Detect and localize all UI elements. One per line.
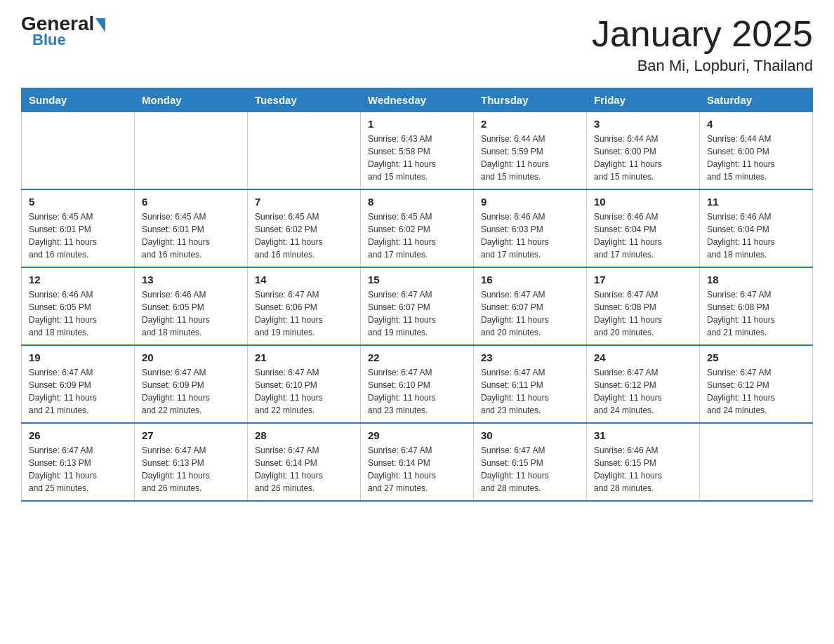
calendar-cell: 25Sunrise: 6:47 AMSunset: 6:12 PMDayligh… [700, 345, 813, 423]
calendar-cell: 30Sunrise: 6:47 AMSunset: 6:15 PMDayligh… [474, 423, 587, 501]
day-number: 5 [29, 196, 127, 208]
day-number: 17 [594, 274, 692, 286]
day-number: 24 [594, 351, 692, 363]
day-info: Sunrise: 6:45 AMSunset: 6:02 PMDaylight:… [368, 210, 466, 261]
day-number: 10 [594, 196, 692, 208]
calendar-cell: 12Sunrise: 6:46 AMSunset: 6:05 PMDayligh… [22, 267, 135, 345]
week-row-5: 26Sunrise: 6:47 AMSunset: 6:13 PMDayligh… [22, 423, 813, 501]
calendar-cell: 22Sunrise: 6:47 AMSunset: 6:10 PMDayligh… [361, 345, 474, 423]
calendar-cell: 8Sunrise: 6:45 AMSunset: 6:02 PMDaylight… [361, 189, 474, 267]
day-number: 19 [29, 351, 127, 363]
calendar-cell [248, 112, 361, 190]
day-info: Sunrise: 6:45 AMSunset: 6:01 PMDaylight:… [29, 210, 127, 261]
day-number: 13 [142, 274, 240, 286]
day-info: Sunrise: 6:47 AMSunset: 6:13 PMDaylight:… [29, 444, 127, 495]
day-number: 14 [255, 274, 353, 286]
calendar-cell: 28Sunrise: 6:47 AMSunset: 6:14 PMDayligh… [248, 423, 361, 501]
calendar-cell: 19Sunrise: 6:47 AMSunset: 6:09 PMDayligh… [22, 345, 135, 423]
day-number: 26 [29, 429, 127, 441]
day-number: 20 [142, 351, 240, 363]
calendar-cell: 20Sunrise: 6:47 AMSunset: 6:09 PMDayligh… [135, 345, 248, 423]
calendar-cell: 2Sunrise: 6:44 AMSunset: 5:59 PMDaylight… [474, 112, 587, 190]
day-info: Sunrise: 6:47 AMSunset: 6:15 PMDaylight:… [481, 444, 579, 495]
day-number: 1 [368, 118, 466, 130]
day-info: Sunrise: 6:44 AMSunset: 6:00 PMDaylight:… [707, 133, 805, 183]
day-info: Sunrise: 6:46 AMSunset: 6:05 PMDaylight:… [142, 288, 240, 339]
day-info: Sunrise: 6:46 AMSunset: 6:04 PMDaylight:… [707, 210, 805, 261]
day-number: 11 [707, 196, 805, 208]
day-info: Sunrise: 6:47 AMSunset: 6:07 PMDaylight:… [481, 288, 579, 339]
day-info: Sunrise: 6:47 AMSunset: 6:14 PMDaylight:… [255, 444, 353, 495]
day-number: 28 [255, 429, 353, 441]
calendar-cell: 27Sunrise: 6:47 AMSunset: 6:13 PMDayligh… [135, 423, 248, 501]
day-info: Sunrise: 6:43 AMSunset: 5:58 PMDaylight:… [368, 133, 466, 183]
weekday-header-sunday: Sunday [22, 88, 135, 112]
day-info: Sunrise: 6:46 AMSunset: 6:05 PMDaylight:… [29, 288, 127, 339]
day-info: Sunrise: 6:47 AMSunset: 6:12 PMDaylight:… [594, 366, 692, 417]
day-number: 15 [368, 274, 466, 286]
calendar-cell: 3Sunrise: 6:44 AMSunset: 6:00 PMDaylight… [587, 112, 700, 190]
calendar-cell: 1Sunrise: 6:43 AMSunset: 5:58 PMDaylight… [361, 112, 474, 190]
calendar-cell: 16Sunrise: 6:47 AMSunset: 6:07 PMDayligh… [474, 267, 587, 345]
calendar-subtitle: Ban Mi, Lopburi, Thailand [592, 57, 813, 75]
day-info: Sunrise: 6:44 AMSunset: 6:00 PMDaylight:… [594, 133, 692, 183]
calendar-cell: 14Sunrise: 6:47 AMSunset: 6:06 PMDayligh… [248, 267, 361, 345]
day-number: 2 [481, 118, 579, 130]
calendar-cell: 17Sunrise: 6:47 AMSunset: 6:08 PMDayligh… [587, 267, 700, 345]
week-row-4: 19Sunrise: 6:47 AMSunset: 6:09 PMDayligh… [22, 345, 813, 423]
day-number: 29 [368, 429, 466, 441]
calendar-cell [700, 423, 813, 501]
calendar-cell [135, 112, 248, 190]
day-info: Sunrise: 6:47 AMSunset: 6:06 PMDaylight:… [255, 288, 353, 339]
logo: General Blue [21, 14, 105, 49]
weekday-header-thursday: Thursday [474, 88, 587, 112]
page-header: General Blue January 2025 Ban Mi, Lopbur… [21, 14, 813, 75]
day-number: 31 [594, 429, 692, 441]
calendar-cell: 7Sunrise: 6:45 AMSunset: 6:02 PMDaylight… [248, 189, 361, 267]
day-number: 9 [481, 196, 579, 208]
day-number: 27 [142, 429, 240, 441]
weekday-header-friday: Friday [587, 88, 700, 112]
day-info: Sunrise: 6:47 AMSunset: 6:14 PMDaylight:… [368, 444, 466, 495]
calendar-cell: 26Sunrise: 6:47 AMSunset: 6:13 PMDayligh… [22, 423, 135, 501]
logo-arrow-icon [95, 18, 105, 32]
day-number: 25 [707, 351, 805, 363]
week-row-1: 1Sunrise: 6:43 AMSunset: 5:58 PMDaylight… [22, 112, 813, 190]
calendar-cell: 21Sunrise: 6:47 AMSunset: 6:10 PMDayligh… [248, 345, 361, 423]
day-number: 30 [481, 429, 579, 441]
day-info: Sunrise: 6:47 AMSunset: 6:13 PMDaylight:… [142, 444, 240, 495]
calendar-table: SundayMondayTuesdayWednesdayThursdayFrid… [21, 88, 813, 502]
day-number: 12 [29, 274, 127, 286]
day-info: Sunrise: 6:47 AMSunset: 6:09 PMDaylight:… [29, 366, 127, 417]
weekday-header-wednesday: Wednesday [361, 88, 474, 112]
calendar-cell: 11Sunrise: 6:46 AMSunset: 6:04 PMDayligh… [700, 189, 813, 267]
weekday-header-row: SundayMondayTuesdayWednesdayThursdayFrid… [22, 88, 813, 112]
calendar-cell: 5Sunrise: 6:45 AMSunset: 6:01 PMDaylight… [22, 189, 135, 267]
calendar-cell: 13Sunrise: 6:46 AMSunset: 6:05 PMDayligh… [135, 267, 248, 345]
weekday-header-saturday: Saturday [700, 88, 813, 112]
calendar-title: January 2025 [592, 14, 813, 54]
weekday-header-monday: Monday [135, 88, 248, 112]
calendar-cell: 24Sunrise: 6:47 AMSunset: 6:12 PMDayligh… [587, 345, 700, 423]
week-row-2: 5Sunrise: 6:45 AMSunset: 6:01 PMDaylight… [22, 189, 813, 267]
day-info: Sunrise: 6:47 AMSunset: 6:10 PMDaylight:… [368, 366, 466, 417]
calendar-cell: 15Sunrise: 6:47 AMSunset: 6:07 PMDayligh… [361, 267, 474, 345]
weekday-header-tuesday: Tuesday [248, 88, 361, 112]
day-info: Sunrise: 6:46 AMSunset: 6:15 PMDaylight:… [594, 444, 692, 495]
day-number: 21 [255, 351, 353, 363]
day-info: Sunrise: 6:47 AMSunset: 6:08 PMDaylight:… [594, 288, 692, 339]
title-area: January 2025 Ban Mi, Lopburi, Thailand [592, 14, 813, 75]
day-info: Sunrise: 6:45 AMSunset: 6:02 PMDaylight:… [255, 210, 353, 261]
day-info: Sunrise: 6:47 AMSunset: 6:07 PMDaylight:… [368, 288, 466, 339]
day-number: 8 [368, 196, 466, 208]
day-number: 4 [707, 118, 805, 130]
calendar-cell: 23Sunrise: 6:47 AMSunset: 6:11 PMDayligh… [474, 345, 587, 423]
calendar-cell [22, 112, 135, 190]
calendar-cell: 9Sunrise: 6:46 AMSunset: 6:03 PMDaylight… [474, 189, 587, 267]
day-number: 16 [481, 274, 579, 286]
week-row-3: 12Sunrise: 6:46 AMSunset: 6:05 PMDayligh… [22, 267, 813, 345]
day-info: Sunrise: 6:47 AMSunset: 6:12 PMDaylight:… [707, 366, 805, 417]
day-info: Sunrise: 6:47 AMSunset: 6:09 PMDaylight:… [142, 366, 240, 417]
day-number: 7 [255, 196, 353, 208]
day-info: Sunrise: 6:47 AMSunset: 6:10 PMDaylight:… [255, 366, 353, 417]
